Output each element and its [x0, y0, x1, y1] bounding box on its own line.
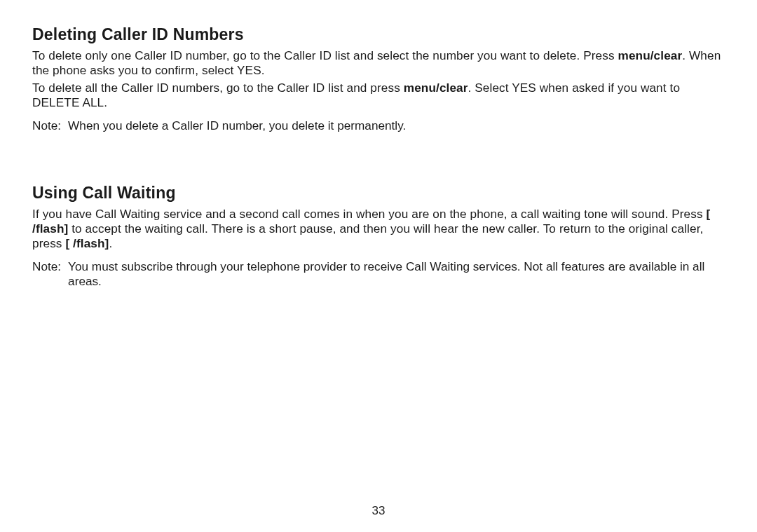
note-call-waiting-subscribe: Note: You must subscribe through your te…	[32, 259, 725, 289]
manual-page: Deleting Caller ID Numbers To delete onl…	[0, 0, 757, 532]
para-call-waiting: If you have Call Waiting service and a s…	[32, 207, 725, 251]
section-spacer	[32, 133, 725, 184]
text-fragment: to accept the waiting call. There is a s…	[32, 221, 703, 250]
note-label: Note:	[32, 118, 68, 133]
text-fragment: If you have Call Waiting service and a s…	[32, 207, 707, 221]
text-fragment: To delete only one Caller ID number, go …	[32, 48, 618, 62]
bold-flash-2: [ /flash]	[65, 236, 109, 250]
bold-menu-clear: menu/clear	[404, 81, 468, 95]
page-number: 33	[0, 504, 757, 518]
note-body: You must subscribe through your telephon…	[68, 259, 725, 289]
para-delete-single: To delete only one Caller ID number, go …	[32, 48, 725, 78]
bold-menu-clear: menu/clear	[618, 48, 683, 62]
note-body: When you delete a Caller ID number, you …	[68, 118, 725, 133]
text-fragment: To delete all the Caller ID numbers, go …	[32, 81, 404, 95]
heading-call-waiting: Using Call Waiting	[32, 184, 725, 203]
note-delete-permanent: Note: When you delete a Caller ID number…	[32, 118, 725, 133]
text-fragment: .	[109, 236, 112, 250]
heading-deleting-caller-id: Deleting Caller ID Numbers	[32, 25, 725, 44]
note-label: Note:	[32, 259, 68, 289]
para-delete-all: To delete all the Caller ID numbers, go …	[32, 81, 725, 110]
